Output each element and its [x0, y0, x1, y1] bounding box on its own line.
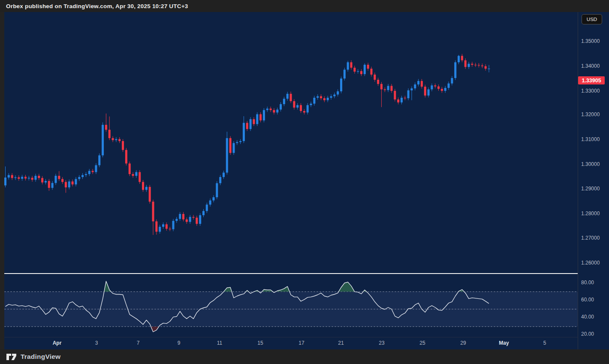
candle-body [243, 123, 245, 141]
price-axis-label: 1.30000 [581, 161, 600, 167]
candle-body [28, 178, 30, 179]
pane-separator[interactable] [4, 273, 578, 274]
time-label: 7 [137, 340, 140, 346]
price-axis-label: 1.32000 [581, 111, 600, 117]
candle-body [192, 217, 194, 218]
candle-body [441, 89, 443, 91]
candle-body [474, 65, 476, 65]
candle-body [448, 84, 450, 88]
rsi-axis-label: 60.00 [581, 297, 594, 303]
price-axis-label: 1.34000 [581, 63, 600, 69]
candle-body [155, 221, 157, 232]
candle-body [149, 187, 151, 202]
candle-body [485, 66, 487, 69]
price-axis-label: 1.33000 [581, 88, 600, 94]
candle-body [327, 98, 329, 100]
candle-body [451, 78, 453, 84]
candle-body [286, 94, 289, 99]
candle-body [196, 218, 198, 224]
candle-body [61, 179, 63, 182]
candle-body [135, 172, 137, 176]
candle-body [31, 178, 33, 180]
candle-body [109, 130, 111, 138]
candle-body [232, 143, 235, 153]
candle-body [384, 89, 386, 90]
rsi-axis-label: 20.00 [581, 331, 594, 337]
time-label: 25 [419, 340, 425, 346]
candle-body [48, 181, 50, 188]
publish-info-bar: Orbex published on TradingView.com, Apr … [0, 0, 609, 12]
candle-body [75, 179, 77, 185]
candle-body [189, 217, 191, 222]
time-label: 17 [298, 340, 304, 346]
candle-body [421, 81, 423, 87]
price-axis-border [578, 12, 578, 349]
candle-body [263, 110, 265, 120]
time-label: 29 [460, 340, 466, 346]
candle-body [428, 89, 430, 95]
time-label: 9 [178, 340, 181, 346]
candle-body [394, 91, 396, 99]
candle-body [293, 101, 295, 108]
candle-body [68, 181, 70, 187]
candle-body [370, 69, 372, 75]
time-label: Apr [53, 340, 62, 346]
candle-body [142, 182, 144, 190]
candle-body [276, 110, 278, 113]
candle-body [273, 110, 275, 113]
candlestick-chart[interactable] [4, 12, 578, 337]
time-label: 15 [257, 340, 263, 346]
published-title: Orbex published on TradingView.com, Apr … [0, 3, 188, 9]
tradingview-logo-icon[interactable] [6, 353, 17, 361]
candle-body [431, 85, 433, 89]
candle-body [410, 88, 413, 90]
candle-body [397, 99, 399, 102]
candle-body [367, 65, 369, 69]
candle-body [239, 141, 241, 142]
candle-body [45, 181, 47, 182]
candle-body [98, 155, 100, 165]
candle-body [186, 220, 188, 222]
candle-body [464, 60, 467, 67]
price-axis-label: 1.26000 [581, 260, 600, 266]
candle-body [219, 177, 221, 183]
candle-body [253, 119, 255, 124]
candle-body [401, 98, 403, 102]
candle-body [226, 138, 228, 172]
rsi-axis-label: 40.00 [581, 314, 594, 320]
candle-body [333, 94, 335, 96]
candle-body [424, 87, 426, 96]
candle-body [4, 177, 6, 185]
candle-body [159, 227, 161, 232]
candle-body [206, 205, 208, 211]
candle-body [280, 104, 282, 110]
candle-body [471, 64, 473, 65]
candle-body [296, 105, 298, 108]
candle-body [122, 141, 124, 150]
candle-body [417, 81, 419, 84]
tradingview-brand[interactable]: TradingView [21, 353, 60, 361]
candle-body [340, 78, 342, 91]
candle-body [353, 68, 356, 72]
candle-body [72, 181, 74, 184]
candle-body [236, 142, 238, 143]
candle-body [11, 175, 13, 178]
candle-body [145, 187, 148, 190]
candle-body [199, 215, 201, 224]
candle-body [313, 98, 315, 104]
candle-body [444, 88, 446, 91]
time-label: 3 [95, 340, 98, 346]
candle-body [250, 119, 252, 129]
candle-body [461, 56, 463, 60]
candle-body [65, 182, 67, 187]
candle-body [270, 108, 272, 110]
candle-body [38, 176, 40, 178]
candle-body [115, 139, 117, 140]
currency-button[interactable]: USD [582, 14, 602, 24]
candle-body [414, 84, 416, 88]
chart-area[interactable]: USD 1.33905 1.350001.340001.330001.32000… [0, 12, 609, 349]
time-label: 5 [543, 340, 546, 346]
candle-body [407, 90, 410, 98]
candle-body [229, 138, 232, 153]
candle-body [259, 114, 262, 120]
